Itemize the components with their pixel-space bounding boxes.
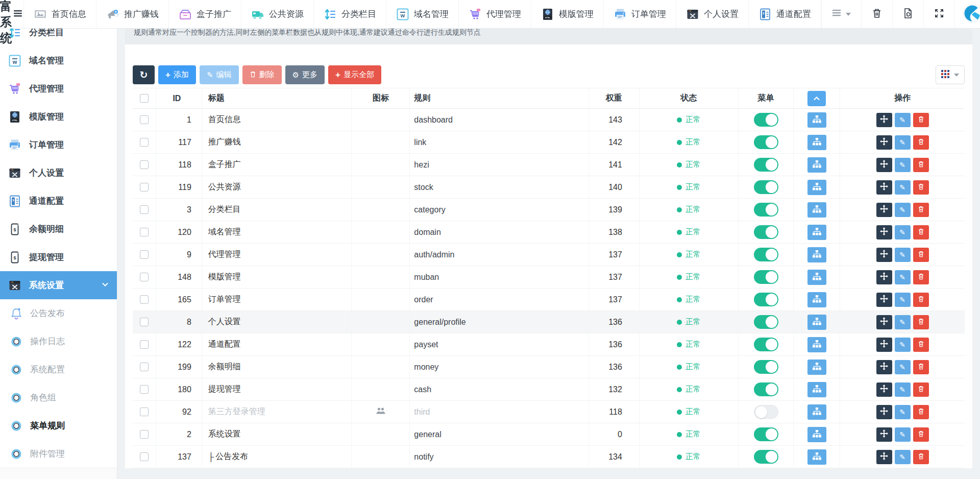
edit-row-button[interactable]: ✎ <box>895 180 911 195</box>
delete-row-button[interactable] <box>913 427 929 442</box>
drag-sort-button[interactable] <box>876 450 892 464</box>
drag-sort-button[interactable] <box>876 315 892 329</box>
drag-sort-button[interactable] <box>876 180 892 195</box>
topnav-tab[interactable]: 公共资源 <box>241 0 313 28</box>
edit-row-button[interactable]: ✎ <box>895 293 911 307</box>
drag-sort-button[interactable] <box>876 203 892 217</box>
edit-row-button[interactable]: ✎ <box>895 225 911 240</box>
edit-row-button[interactable]: ✎ <box>895 270 911 284</box>
sidebar-submenu-item[interactable]: 角色组 <box>0 384 117 412</box>
row-checkbox[interactable] <box>140 205 149 214</box>
submenu-button[interactable] <box>807 337 826 352</box>
column-header-status[interactable]: 状态 <box>639 88 738 108</box>
topnav-tab[interactable]: 盒子推广 <box>168 0 241 28</box>
drag-sort-button[interactable] <box>876 225 892 240</box>
submenu-button[interactable] <box>807 112 826 128</box>
edit-row-button[interactable]: ✎ <box>895 382 911 397</box>
delete-row-button[interactable] <box>913 225 929 240</box>
collapse-all-button[interactable] <box>807 91 826 106</box>
submenu-button[interactable] <box>807 202 826 218</box>
nav-list-dropdown-button[interactable] <box>821 0 861 28</box>
menu-toggle[interactable] <box>754 158 778 172</box>
sidebar-submenu-item[interactable]: 操作日志 <box>0 327 117 355</box>
drag-sort-button[interactable] <box>876 113 892 127</box>
submenu-button[interactable] <box>807 247 826 262</box>
edit-row-button[interactable]: ✎ <box>895 248 911 262</box>
drag-sort-button[interactable] <box>876 338 892 352</box>
refresh-button[interactable]: ↻ <box>133 65 155 84</box>
drag-sort-button[interactable] <box>876 158 892 172</box>
menu-toggle[interactable] <box>754 293 778 306</box>
row-checkbox[interactable] <box>140 385 149 394</box>
sidebar-item[interactable]: w域名管理 <box>0 46 117 75</box>
row-checkbox[interactable] <box>140 295 149 304</box>
menu-toggle[interactable] <box>754 248 778 261</box>
delete-row-button[interactable] <box>913 180 929 195</box>
topnav-tab[interactable]: 首页信息 <box>23 0 96 28</box>
user-menu[interactable]: Admin <box>954 0 980 28</box>
delete-row-button[interactable] <box>913 293 929 307</box>
menu-toggle[interactable] <box>754 427 778 441</box>
fullscreen-button[interactable] <box>923 0 954 28</box>
column-header-id[interactable]: ID <box>156 88 202 108</box>
submenu-button[interactable] <box>807 180 826 195</box>
columns-dropdown-button[interactable] <box>936 65 965 84</box>
submenu-button[interactable] <box>807 225 826 240</box>
sidebar-item[interactable]: 个人设置 <box>0 159 117 187</box>
row-checkbox[interactable] <box>140 408 149 416</box>
sidebar-toggle-button[interactable] <box>12 0 23 28</box>
topnav-tab[interactable]: HTML模版管理 <box>531 0 603 28</box>
column-header-rule[interactable]: 规则 <box>409 88 589 108</box>
submenu-button[interactable] <box>807 270 826 285</box>
menu-toggle[interactable] <box>754 360 778 374</box>
sidebar-item[interactable]: 分类栏目 <box>0 29 117 46</box>
topnav-tab[interactable]: 8推广赚钱 <box>96 0 168 28</box>
sidebar-item[interactable]: HTML模版管理 <box>0 103 117 131</box>
drag-sort-button[interactable] <box>876 382 892 397</box>
delete-row-button[interactable] <box>913 203 929 217</box>
edit-row-button[interactable]: ✎ <box>895 405 911 419</box>
delete-row-button[interactable] <box>913 113 929 127</box>
submenu-button[interactable] <box>807 449 826 465</box>
row-checkbox[interactable] <box>140 363 149 371</box>
delete-row-button[interactable] <box>913 382 929 397</box>
submenu-button[interactable] <box>807 135 826 150</box>
submenu-button[interactable] <box>807 427 826 442</box>
topnav-tab[interactable]: 个人设置 <box>676 0 748 28</box>
topnav-tab[interactable]: w域名管理 <box>386 0 458 28</box>
topnav-tab[interactable]: 代理管理 <box>458 0 531 28</box>
drag-sort-button[interactable] <box>876 293 892 307</box>
edit-row-button[interactable]: ✎ <box>895 427 911 442</box>
add-button[interactable]: +添加 <box>158 65 196 84</box>
edit-row-button[interactable]: ✎ <box>895 158 911 172</box>
delete-row-button[interactable] <box>913 338 929 352</box>
drag-sort-button[interactable] <box>876 248 892 262</box>
delete-row-button[interactable] <box>913 135 929 150</box>
clear-cache-button[interactable] <box>892 0 923 28</box>
row-checkbox[interactable] <box>140 138 149 147</box>
column-header-icon[interactable]: 图标 <box>351 88 409 108</box>
submenu-button[interactable] <box>807 315 826 330</box>
delete-row-button[interactable] <box>913 360 929 374</box>
sidebar-item[interactable]: $通道配置 <box>0 187 117 215</box>
menu-toggle[interactable] <box>754 338 778 351</box>
sidebar-item[interactable]: $提现管理 <box>0 243 117 271</box>
sidebar-item[interactable]: 代理管理 <box>0 75 117 103</box>
edit-row-button[interactable]: ✎ <box>895 450 911 464</box>
edit-row-button[interactable]: ✎ <box>895 135 911 150</box>
delete-row-button[interactable] <box>913 270 929 284</box>
delete-row-button[interactable] <box>913 405 929 419</box>
submenu-button[interactable] <box>807 157 826 173</box>
row-checkbox[interactable] <box>140 340 149 349</box>
edit-row-button[interactable]: ✎ <box>895 203 911 217</box>
select-all-checkbox[interactable] <box>140 94 149 103</box>
menu-toggle[interactable] <box>754 203 778 217</box>
menu-toggle[interactable] <box>754 225 778 239</box>
submenu-button[interactable] <box>807 292 826 307</box>
sidebar-submenu-item[interactable]: 公告发布 <box>0 299 117 327</box>
row-checkbox[interactable] <box>140 160 149 169</box>
menu-toggle[interactable] <box>754 113 778 127</box>
menu-toggle[interactable] <box>754 405 778 419</box>
drag-sort-button[interactable] <box>876 427 892 442</box>
drag-sort-button[interactable] <box>876 405 892 419</box>
